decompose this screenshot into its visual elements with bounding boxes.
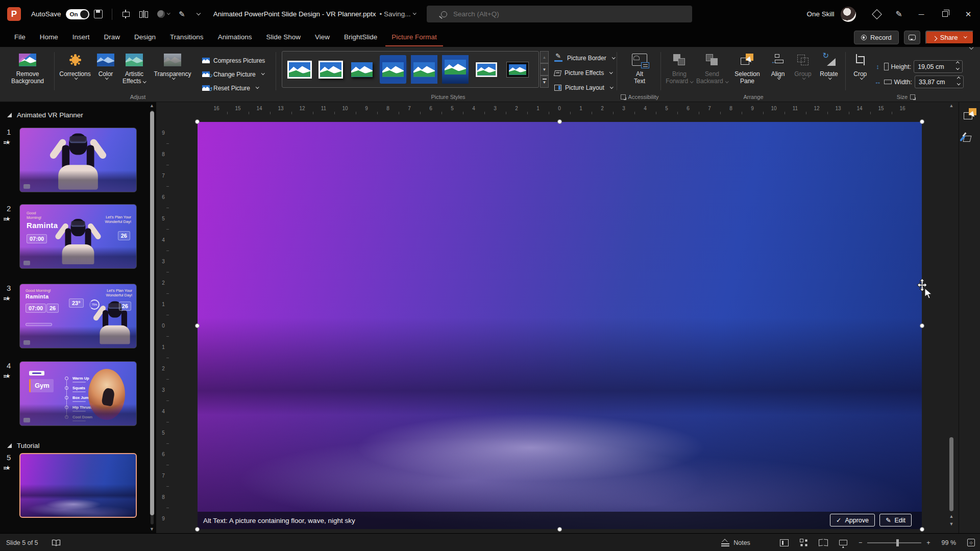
size-dialog-launcher-icon[interactable] — [910, 94, 915, 99]
gallery-more-icon[interactable]: ▼ — [540, 76, 549, 88]
compress-pictures-button[interactable]: Compress Pictures — [202, 55, 265, 67]
picture-style-black-frame[interactable] — [504, 55, 531, 84]
change-picture-button[interactable]: ↻ Change Picture — [202, 68, 265, 81]
slide-picture[interactable]: Alt Text: A picture containing floor, wa… — [198, 122, 922, 529]
artistic-effects-button[interactable]: Artistic Effects — [118, 47, 150, 102]
scroll-up-icon[interactable]: ▲ — [149, 103, 155, 108]
resize-handle-middle-left[interactable] — [195, 323, 200, 328]
height-field[interactable]: 19,05 cm — [914, 60, 963, 73]
slide-thumbnail-5-selected[interactable] — [19, 453, 137, 518]
search-box[interactable] — [427, 6, 692, 22]
height-spinner[interactable] — [957, 63, 959, 70]
picture-style-blue-glow[interactable] — [380, 55, 406, 84]
tab-brightslide[interactable]: BrightSlide — [338, 29, 383, 46]
accessibility-checker-icon[interactable] — [52, 539, 61, 546]
align-objects-icon[interactable] — [121, 10, 130, 18]
slide-thumbnail-4[interactable]: Gym Warm UpSquatsBox JumpsHip ThrustsCoo… — [19, 361, 137, 426]
spin-up-icon[interactable] — [956, 62, 959, 65]
picture-style-blue-reflected[interactable] — [442, 55, 469, 84]
spin-down-icon[interactable] — [957, 82, 960, 85]
approve-button[interactable]: ✓ Approve — [830, 514, 875, 527]
save-icon[interactable] — [94, 10, 103, 18]
customize-qat-chevron-icon[interactable] — [196, 11, 200, 15]
zoom-slider-thumb[interactable] — [896, 539, 899, 546]
resize-handle-top-right[interactable] — [920, 119, 924, 124]
tab-animations[interactable]: Animations — [212, 29, 258, 46]
zoom-slider[interactable] — [867, 539, 921, 546]
reading-view-icon[interactable] — [819, 539, 828, 546]
editing-pen-icon[interactable]: ✎ — [896, 9, 902, 19]
resize-handle-bottom-right[interactable] — [920, 527, 924, 532]
picture-style-compound-white-frame[interactable] — [473, 55, 500, 84]
tab-draw[interactable]: Draw — [98, 29, 127, 46]
reset-picture-button[interactable]: ↺ Reset Picture — [202, 82, 265, 94]
gallery-scroll-down-icon[interactable]: ▼ — [540, 63, 549, 76]
share-button[interactable]: Share — [925, 31, 974, 44]
picture-effects-button[interactable]: Picture Effects — [554, 67, 615, 79]
width-field[interactable]: 33,87 cm — [915, 76, 964, 88]
section-header-tutorial[interactable]: Tutorial — [7, 442, 40, 449]
rotate-button[interactable]: ↻ Rotate — [816, 47, 842, 102]
tab-design[interactable]: Design — [128, 29, 162, 46]
alt-text-button[interactable]: Alt Text — [620, 47, 659, 85]
zoom-out-icon[interactable]: − — [859, 539, 862, 546]
resize-handle-bottom-left[interactable] — [195, 527, 200, 532]
tab-home[interactable]: Home — [34, 29, 64, 46]
resize-handle-middle-right[interactable] — [920, 323, 924, 328]
tab-transitions[interactable]: Transitions — [164, 29, 210, 46]
gallery-scroll-up-icon[interactable]: ▲ — [540, 51, 549, 63]
tab-file[interactable]: File — [8, 29, 32, 46]
powerpoint-logo-icon[interactable]: P — [7, 7, 21, 21]
slide-thumbnail-3[interactable]: Good Morning! Raminta Let's Plan YourWon… — [19, 284, 137, 348]
notes-toggle[interactable]: Notes — [721, 539, 750, 546]
resize-handle-top-center[interactable] — [557, 119, 562, 124]
accessibility-pane-launcher-icon[interactable] — [621, 94, 626, 99]
tab-picture-format[interactable]: Picture Format — [385, 29, 443, 46]
crop-button[interactable]: Crop — [848, 47, 872, 102]
spin-down-icon[interactable] — [956, 66, 959, 69]
scrollbar-thumb[interactable] — [150, 111, 154, 515]
next-slide-icon[interactable]: ▼ — [948, 521, 954, 527]
autosave-control[interactable]: AutoSave On — [31, 9, 103, 19]
corrections-button[interactable]: Corrections — [57, 47, 93, 102]
slideshow-view-icon[interactable] — [839, 540, 847, 545]
slide-sorter-view-icon[interactable] — [800, 539, 807, 546]
section-header-animated-vr-planner[interactable]: Animated VR Planner — [7, 111, 83, 119]
restore-button[interactable] — [933, 0, 957, 28]
scrollbar-thumb[interactable] — [949, 437, 953, 511]
canvas-scrollbar[interactable]: ▲ ▲ ▼ — [948, 103, 954, 530]
remove-background-button[interactable]: Remove Background — [5, 47, 50, 102]
shape-button[interactable] — [157, 10, 170, 18]
comments-button[interactable] — [904, 31, 920, 44]
tab-view[interactable]: View — [309, 29, 336, 46]
autosave-toggle[interactable]: On — [66, 9, 89, 19]
search-input[interactable] — [453, 10, 657, 18]
close-button[interactable]: ✕ — [957, 0, 980, 28]
slide-thumbnail-1[interactable] — [19, 128, 137, 192]
resize-handle-bottom-center[interactable] — [557, 527, 562, 532]
scroll-up-icon[interactable]: ▲ — [948, 103, 954, 108]
premium-diamond-icon[interactable] — [872, 9, 882, 19]
record-button[interactable]: Record — [854, 31, 899, 44]
distribute-objects-icon[interactable] — [139, 10, 148, 18]
zoom-level[interactable]: 99 % — [942, 539, 957, 546]
picture-style-simple-white-frame[interactable] — [286, 55, 313, 84]
slide-thumbnail-2[interactable]: GoodMorning! Raminta Let's Plan YourWond… — [19, 204, 137, 269]
resize-handle-top-left[interactable] — [195, 119, 200, 124]
document-title[interactable]: Animated PowerPoint Slide Design - VR Pl… — [213, 10, 415, 18]
fit-slide-to-window-icon[interactable]: ⊹ — [967, 539, 975, 546]
picture-style-soft-shadow[interactable] — [349, 55, 375, 84]
picture-style-white-frame-shadow[interactable] — [317, 55, 344, 84]
tab-slide-show[interactable]: Slide Show — [260, 29, 307, 46]
minimize-button[interactable]: ─ — [910, 0, 933, 28]
scroll-down-icon[interactable]: ▼ — [149, 527, 155, 532]
color-button[interactable]: Color — [93, 47, 118, 102]
user-avatar[interactable] — [841, 7, 856, 22]
picture-border-button[interactable]: ✎ Picture Border — [554, 52, 615, 64]
tab-insert[interactable]: Insert — [66, 29, 96, 46]
transparency-button[interactable]: Transparency — [150, 47, 195, 102]
picture-style-blue-background[interactable] — [411, 55, 437, 84]
spin-up-icon[interactable] — [957, 77, 960, 80]
selection-pane-button[interactable]: Selection Pane — [729, 47, 766, 102]
normal-view-icon[interactable] — [780, 539, 789, 546]
